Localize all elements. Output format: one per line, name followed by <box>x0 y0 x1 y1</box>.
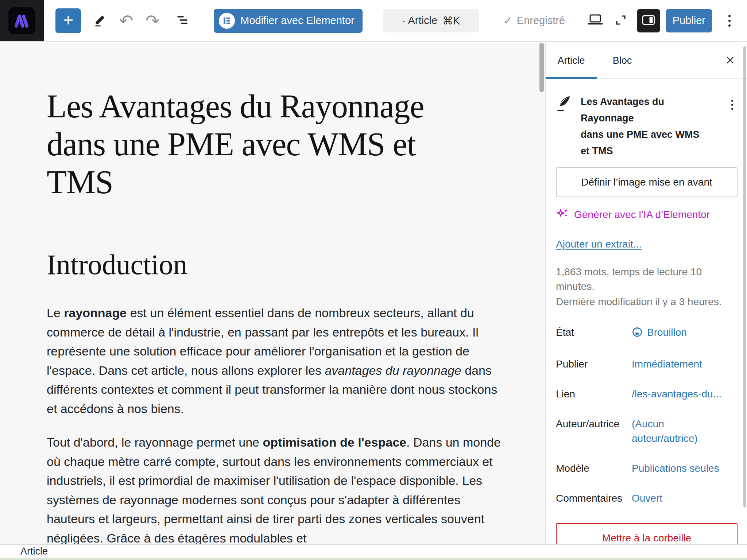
saved-status: ✓ Enregistré <box>501 14 567 27</box>
field-label: Publier <box>556 357 632 372</box>
elementor-icon <box>219 13 235 29</box>
field-row-link: Lien /les-avantages-du... <box>556 387 738 401</box>
post-summary-card: Les Avantages du Rayonnage dans une PME … <box>556 94 738 159</box>
edit-tool-button[interactable] <box>90 8 110 33</box>
publish-button-label: Publier <box>673 15 705 27</box>
editor-toolbar: ↶ ↷ <box>0 0 747 42</box>
elementor-button-label: Modifier avec Elementor <box>240 15 355 27</box>
wordpress-editor-window: ↶ ↷ <box>0 0 747 560</box>
author-button[interactable]: (Aucun auteur/autrice) <box>632 417 730 446</box>
paragraph-block[interactable]: Tout d'abord, le rayonnage permet une op… <box>47 433 509 544</box>
kebab-icon <box>728 15 731 27</box>
tab-bloc[interactable]: Bloc <box>597 43 648 78</box>
field-label: État <box>556 325 632 340</box>
redo-button[interactable]: ↷ <box>142 8 163 33</box>
site-logo-icon <box>8 7 35 34</box>
post-settings-rows: État Brouillon Publier Immédiatement <box>556 325 738 506</box>
last-modified: Dernière modification il y a 3 heures. <box>556 295 738 309</box>
command-shortcut: ⌘K <box>442 15 460 27</box>
undo-button[interactable]: ↶ <box>116 8 136 33</box>
tab-article[interactable]: Article <box>546 43 597 78</box>
sidebar-panel-icon <box>641 13 656 28</box>
document-breadcrumb-bar: Article <box>0 544 747 558</box>
close-icon <box>725 55 736 67</box>
editor-canvas: Les Avantages du Rayonnage dans une PME … <box>0 43 545 544</box>
list-view-icon <box>174 12 190 29</box>
field-row-comments: Commentaires Ouvert <box>556 491 738 506</box>
preview-button[interactable] <box>585 8 605 33</box>
italic-text: avantages du rayonnage <box>325 363 461 377</box>
bold-text: optimisation de l'espace <box>263 435 406 449</box>
post-title-summary: Les Avantages du Rayonnage dans une PME … <box>581 94 719 159</box>
status-value-label: Brouillon <box>647 325 687 340</box>
command-palette-label: · Article <box>402 15 437 27</box>
sidebar-tabs: Article Bloc <box>546 43 747 79</box>
heading-block-introduction[interactable]: Introduction <box>47 248 509 281</box>
add-excerpt-link[interactable]: Ajouter un extrait... <box>556 238 642 250</box>
draft-status-icon <box>632 327 643 342</box>
settings-sidebar: Article Bloc <box>545 43 747 544</box>
post-meta-info: 1,863 mots, temps de lecture 10 minutes.… <box>556 265 738 309</box>
field-row-status: État Brouillon <box>556 325 738 342</box>
field-label: Commentaires <box>556 491 632 506</box>
paragraph-text: Le <box>47 306 64 320</box>
field-label: Auteur/autrice <box>556 417 632 431</box>
settings-sidebar-toggle[interactable] <box>637 9 660 32</box>
set-featured-image-button[interactable]: Définir l’image mise en avant <box>556 167 738 197</box>
field-label: Modèle <box>556 461 632 476</box>
block-inserter-button[interactable] <box>55 8 81 33</box>
laptop-icon <box>587 12 604 30</box>
word-count: 1,863 mots, temps de lecture 10 minutes. <box>556 265 727 294</box>
publish-date-button[interactable]: Immédiatement <box>632 357 702 372</box>
bold-text: rayonnage <box>64 306 127 320</box>
field-row-publish: Publier Immédiatement <box>556 357 738 372</box>
plus-icon <box>61 13 76 28</box>
breadcrumb: Article <box>20 546 48 557</box>
paragraph-block[interactable]: Le rayonnage est un élément essentiel da… <box>47 303 509 418</box>
toolbar-right-group: Publier <box>585 8 738 33</box>
generate-with-ai-label: Générer avec l’IA d’Elementor <box>574 209 710 221</box>
template-button[interactable]: Publications seules <box>632 461 719 476</box>
site-logo-button[interactable] <box>0 0 44 41</box>
sidebar-scrollbar[interactable] <box>743 46 746 508</box>
post-title-summary-line: et TMS <box>581 143 719 159</box>
redo-icon: ↷ <box>146 12 160 29</box>
post-actions-menu-button[interactable] <box>727 94 738 116</box>
saved-status-label: Enregistré <box>517 15 565 27</box>
sparkle-icon <box>556 207 569 222</box>
post-title-line: dans une PME avec WMS et <box>47 125 509 163</box>
post-content: Les Avantages du Rayonnage dans une PME … <box>47 88 509 544</box>
permalink-button[interactable]: /les-avantages-du... <box>632 387 721 401</box>
paragraph-text: Tout d'abord, le rayonnage permet une <box>47 435 263 449</box>
field-row-template: Modèle Publications seules <box>556 461 738 476</box>
status-value-button[interactable]: Brouillon <box>632 325 687 342</box>
edit-with-elementor-button[interactable]: Modifier avec Elementor <box>214 9 363 33</box>
sidebar-body: Les Avantages du Rayonnage dans une PME … <box>546 79 747 560</box>
check-icon: ✓ <box>503 14 512 27</box>
generate-with-ai-link[interactable]: Générer avec l’IA d’Elementor <box>556 207 710 222</box>
document-overview-button[interactable] <box>172 8 193 33</box>
paragraph-text: . Dans un monde où chaque mètre carré co… <box>47 435 501 544</box>
command-palette-button[interactable]: · Article ⌘K <box>383 9 479 32</box>
pencil-icon <box>92 12 108 29</box>
post-title-line: TMS <box>47 163 509 201</box>
close-sidebar-button[interactable] <box>713 43 747 78</box>
post-title-line: Les Avantages du Rayonnage <box>47 88 509 125</box>
window-bottom-edge <box>0 558 747 560</box>
field-row-author: Auteur/autrice (Aucun auteur/autrice) <box>556 417 738 446</box>
field-label: Lien <box>556 387 632 401</box>
options-menu-button[interactable] <box>721 9 738 32</box>
post-title-summary-line: dans une PME avec WMS <box>581 127 719 143</box>
canvas-scrollbar[interactable] <box>539 43 544 92</box>
undo-icon: ↶ <box>119 12 133 29</box>
post-title-block[interactable]: Les Avantages du Rayonnage dans une PME … <box>47 88 509 201</box>
publish-button[interactable]: Publier <box>666 9 712 32</box>
post-title-summary-line: Les Avantages du Rayonnage <box>581 94 719 127</box>
fullscreen-button[interactable] <box>611 8 631 33</box>
comments-button[interactable]: Ouvert <box>632 491 662 506</box>
expand-icon <box>614 13 628 28</box>
post-feather-icon <box>556 94 573 159</box>
